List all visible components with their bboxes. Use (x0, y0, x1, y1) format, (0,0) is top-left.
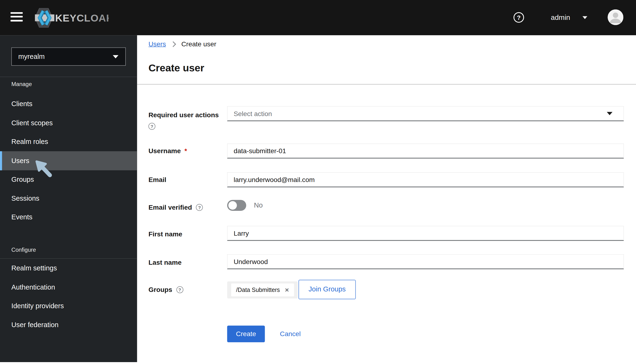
keycloak-logo: KEYCLOAK (35, 8, 109, 28)
group-chip-label: /Data Submitters (236, 287, 280, 293)
create-button[interactable]: Create (227, 326, 265, 342)
username-label: Username * (148, 147, 187, 155)
sidebar-item-realm-settings[interactable]: Realm settings (0, 259, 137, 278)
chevron-down-icon (113, 55, 118, 58)
toggle-knob (228, 201, 237, 210)
sidebar: myrealm Manage Clients Client scopes Rea… (0, 35, 137, 362)
groups-chip-group: /Data Submitters ✕ (227, 282, 298, 298)
realm-selector-value: myrealm (12, 52, 113, 60)
help-circle-icon[interactable]: ? (176, 286, 183, 293)
user-icon (608, 9, 624, 25)
cancel-button[interactable]: Cancel (280, 330, 301, 338)
sidebar-section-manage: Manage (11, 80, 32, 87)
nav-toggle-button[interactable] (11, 12, 25, 24)
first-name-label: First name (148, 230, 182, 238)
email-verified-state: No (254, 202, 263, 210)
help-icon[interactable]: ? (514, 12, 524, 23)
first-name-field[interactable] (227, 226, 624, 241)
sidebar-item-identity-providers[interactable]: Identity providers (0, 296, 137, 316)
chevron-down-icon (582, 16, 587, 19)
brand-text: KEYCLOAK (55, 12, 108, 24)
last-name-label: Last name (148, 259, 182, 266)
sidebar-item-realm-roles[interactable]: Realm roles (0, 132, 137, 151)
email-verified-label: Email verified ? (148, 204, 203, 211)
caret-down-icon (607, 112, 612, 115)
header-divider (137, 84, 636, 84)
keycloak-admin-console: KEYCLOAK ? admin myrealm Manage Clients … (0, 0, 636, 364)
user-menu[interactable]: admin (551, 0, 587, 35)
last-name-field[interactable] (227, 254, 624, 269)
hamburger-icon (11, 12, 25, 21)
required-user-actions-select[interactable]: Select action (227, 106, 624, 121)
chevron-right-icon (170, 41, 176, 47)
email-label: Email (148, 176, 166, 184)
sidebar-section-configure: Configure (11, 246, 36, 253)
masthead: KEYCLOAK ? admin (0, 0, 636, 35)
sidebar-item-authentication[interactable]: Authentication (0, 278, 137, 297)
sidebar-item-clients[interactable]: Clients (0, 94, 137, 114)
page-title: Create user (148, 62, 204, 74)
keycloak-logo-graphic: KEYCLOAK (35, 8, 109, 28)
sidebar-item-groups[interactable]: Groups (0, 170, 137, 189)
group-chip: /Data Submitters ✕ (231, 284, 294, 296)
help-circle-icon[interactable]: ? (196, 204, 203, 211)
sidebar-item-users[interactable]: Users (0, 151, 137, 170)
realm-selector[interactable]: myrealm (11, 48, 126, 66)
help-circle-icon[interactable]: ? (148, 123, 155, 130)
sidebar-item-sessions[interactable]: Sessions (0, 189, 137, 208)
chip-remove-icon[interactable]: ✕ (285, 287, 289, 293)
user-menu-label: admin (551, 14, 570, 22)
avatar[interactable] (608, 9, 624, 25)
sidebar-divider (0, 76, 137, 77)
required-asterisk: * (184, 148, 187, 155)
breadcrumb: Users Create user (148, 40, 216, 48)
sidebar-item-client-scopes[interactable]: Client scopes (0, 114, 137, 132)
email-verified-toggle[interactable] (227, 200, 246, 211)
sidebar-item-user-federation[interactable]: User federation (0, 316, 137, 335)
breadcrumb-users-link[interactable]: Users (148, 40, 166, 48)
groups-label: Groups ? (148, 286, 183, 294)
select-placeholder: Select action (234, 110, 607, 118)
email-field[interactable] (227, 172, 624, 187)
username-field[interactable] (227, 144, 624, 158)
join-groups-button[interactable]: Join Groups (298, 280, 356, 299)
main-content: Users Create user Create user Required u… (137, 35, 636, 364)
breadcrumb-current: Create user (181, 40, 216, 48)
required-user-actions-label: Required user actions (148, 111, 219, 119)
sidebar-item-events[interactable]: Events (0, 208, 137, 227)
